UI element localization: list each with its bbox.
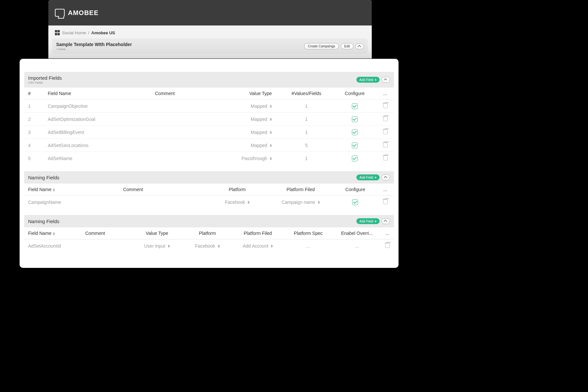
breadcrumb-home[interactable]: Social Home: [62, 30, 86, 35]
cell-delete[interactable]: [376, 126, 394, 139]
plus-icon: +: [375, 219, 377, 223]
chevron-up-icon: [384, 78, 387, 81]
check-icon: [352, 155, 358, 161]
dropdown-icon: [270, 118, 272, 121]
collapse-button[interactable]: [382, 218, 390, 224]
cell-platform-spec: ...: [283, 239, 333, 253]
cell-delete[interactable]: [381, 239, 394, 253]
brand-logo: AMOBEE: [55, 9, 99, 17]
col-platform: Platform: [182, 227, 233, 239]
col-field-name[interactable]: Field Name: [24, 184, 119, 196]
cell-configure[interactable]: [333, 139, 376, 152]
trash-icon: [383, 129, 387, 134]
collapse-button[interactable]: [382, 77, 390, 83]
section-title: Naming Fields: [28, 219, 59, 224]
cell-comment: [151, 126, 222, 139]
cell-delete[interactable]: [376, 139, 394, 152]
cell-number: 2: [24, 113, 44, 126]
cell-comment: [151, 139, 222, 152]
cell-platform-field[interactable]: Add Account: [233, 239, 283, 253]
table-row: 2AdSetOptimizationGoalMapped 1: [24, 113, 394, 126]
dropdown-icon: [271, 245, 273, 248]
trash-icon: [383, 142, 387, 147]
page-title: Sample Template WIth Placeholder: [56, 42, 132, 47]
add-field-button[interactable]: Add Field+: [356, 174, 380, 180]
cell-delete[interactable]: [376, 152, 394, 165]
cell-values: 1: [280, 100, 333, 113]
naming-fields-table-2: Field Name Comment Value Type Platform P…: [24, 227, 394, 252]
cell-value-type[interactable]: Passthrough: [222, 152, 280, 165]
col-field-name[interactable]: Field Name: [24, 227, 81, 239]
cell-number: 3: [24, 126, 44, 139]
table-row: 4AdSetGeoLocationsMapped 5: [24, 139, 394, 152]
check-icon: [352, 129, 358, 135]
cell-delete[interactable]: [376, 196, 394, 209]
col-platform-field: Platform Filed: [267, 184, 334, 196]
section-subtitle: CSV Fields: [28, 81, 62, 84]
breadcrumb-sep: /: [88, 30, 90, 35]
section-title: Naming Fields: [28, 175, 59, 180]
cell-delete[interactable]: [376, 113, 394, 126]
cell-field-name: AdSetOptimizationGoal: [44, 113, 151, 126]
add-field-button[interactable]: Add Field+: [356, 218, 380, 224]
cell-platform-field[interactable]: Campaign name: [267, 196, 334, 209]
col-field-name[interactable]: Field Name: [44, 88, 151, 100]
collapse-button[interactable]: [382, 174, 390, 180]
app-header: AMOBEE: [48, 0, 372, 25]
col-values: #Values/Fields: [280, 88, 333, 100]
cell-values: 1: [280, 113, 333, 126]
cell-values: 1: [280, 152, 333, 165]
col-platform-field: Platform Filed: [233, 227, 283, 239]
col-comment: Comment: [151, 88, 222, 100]
edit-button[interactable]: Edit: [341, 43, 353, 49]
dropdown-icon: [270, 131, 272, 134]
cell-field-name: CampaignName: [24, 196, 119, 209]
table-row: 3AdSetBillingEventMapped 1: [24, 126, 394, 139]
cell-configure[interactable]: [334, 196, 376, 209]
cell-field-name: AdSetBillingEvent: [44, 126, 151, 139]
cell-value-type[interactable]: User Input: [132, 239, 182, 253]
brand-name: AMOBEE: [68, 9, 99, 17]
col-value-type: Value Type: [132, 227, 182, 239]
cell-value-type[interactable]: Mapped: [222, 113, 280, 126]
table-row: 5AdSetNamePassthrough 1: [24, 152, 394, 165]
trash-icon: [383, 199, 387, 204]
cell-platform[interactable]: Facebook: [207, 196, 267, 209]
cell-configure[interactable]: [333, 100, 376, 113]
breadcrumb-current[interactable]: Amobee US: [91, 30, 115, 35]
background-window: AMOBEE Social Home / Amobee US Sample Te…: [48, 0, 372, 58]
cell-values: 5: [280, 139, 333, 152]
cell-number: 5: [24, 152, 44, 165]
cell-value-type[interactable]: Mapped: [222, 126, 280, 139]
dropdown-icon: [168, 245, 170, 248]
trash-icon: [385, 243, 389, 248]
cell-values: 1: [280, 126, 333, 139]
grid-icon: [55, 30, 60, 35]
trash-icon: [383, 155, 387, 160]
create-campaigns-button[interactable]: Create Campaings: [304, 43, 338, 49]
collapse-button[interactable]: [355, 43, 364, 49]
cell-value-type[interactable]: Mapped: [222, 100, 280, 113]
cell-configure[interactable]: [333, 152, 376, 165]
col-actions: ...: [381, 227, 394, 239]
cell-platform[interactable]: Facebook: [182, 239, 233, 253]
cell-field-name: AdSetGeoLocations: [44, 139, 151, 152]
main-panel: Imported Fields CSV Fields Add Field+ # …: [20, 59, 399, 268]
check-icon: [352, 199, 358, 205]
cell-value-type[interactable]: Mapped: [222, 139, 280, 152]
section-header: Naming Fields Add Field+: [24, 215, 394, 227]
col-configure: Configure: [333, 88, 376, 100]
chevron-up-icon: [384, 220, 387, 223]
cell-delete[interactable]: [376, 100, 394, 113]
chevron-up-icon: [384, 176, 387, 179]
section-header: Imported Fields CSV Fields Add Field+: [24, 72, 394, 88]
cell-configure[interactable]: [333, 113, 376, 126]
add-field-button[interactable]: Add Field+: [356, 77, 380, 83]
col-comment: Comment: [119, 184, 207, 196]
cell-comment: [119, 196, 207, 209]
chevron-up-icon: [358, 45, 361, 48]
dropdown-icon: [270, 157, 272, 160]
col-platform: Platform: [207, 184, 267, 196]
check-icon: [352, 116, 358, 122]
cell-configure[interactable]: [333, 126, 376, 139]
